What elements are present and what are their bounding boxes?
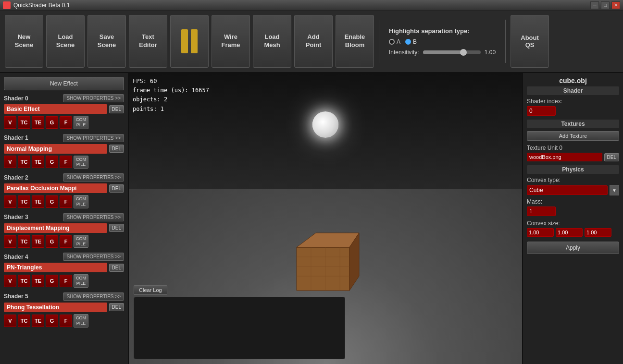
- minimize-button[interactable]: ─: [590, 1, 599, 9]
- window-controls: ─ □ ✕: [590, 1, 620, 9]
- effect-name-4: PN-Triangles: [4, 263, 107, 272]
- compile-button-1[interactable]: COM PILE: [74, 156, 88, 169]
- effect-name-row-4: PN-TrianglesDEL: [4, 263, 124, 272]
- del-shader-button-5[interactable]: DEL: [109, 303, 124, 311]
- shader-type-btn-V-4[interactable]: V: [4, 275, 16, 287]
- titlebar: QuickShader Beta 0.1 ─ □ ✕: [0, 0, 623, 11]
- shader-type-btn-TC-0[interactable]: TC: [18, 116, 30, 129]
- del-shader-button-0[interactable]: DEL: [109, 105, 124, 113]
- intensity-slider[interactable]: [423, 50, 481, 54]
- shader-type-btn-TE-0[interactable]: TE: [32, 116, 44, 129]
- shader-btns-row-4: VTCTEGFCOM PILE: [4, 274, 124, 288]
- shader-type-btn-G-1[interactable]: G: [46, 156, 58, 168]
- radio-a[interactable]: A: [389, 38, 400, 45]
- new-effect-button[interactable]: New Effect: [4, 77, 124, 90]
- convex-type-input[interactable]: [527, 185, 608, 195]
- show-props-button-4[interactable]: SHOW PROPERTIES >>: [63, 253, 124, 261]
- shader-type-btn-G-4[interactable]: G: [46, 275, 58, 287]
- show-props-button-5[interactable]: SHOW PROPERTIES >>: [63, 292, 124, 301]
- shader-type-btn-F-2[interactable]: F: [60, 195, 72, 208]
- show-props-button-2[interactable]: SHOW PROPERTIES >>: [63, 173, 124, 182]
- compile-button-2[interactable]: COM PILE: [74, 195, 88, 208]
- add-texture-button[interactable]: Add Texture: [527, 131, 619, 141]
- shader-type-btn-F-5[interactable]: F: [60, 315, 72, 327]
- shader-type-btn-F-3[interactable]: F: [60, 235, 72, 248]
- viewport[interactable]: FPS: 60 frame time (us): 16657 objects: …: [129, 73, 522, 364]
- radio-a-dot: [389, 39, 395, 45]
- shader-type-btn-TE-3[interactable]: TE: [32, 235, 44, 248]
- shader-type-btn-TC-4[interactable]: TC: [18, 275, 30, 287]
- convex-x-input[interactable]: [527, 228, 554, 237]
- radio-b[interactable]: B: [405, 38, 417, 45]
- texture-file-input[interactable]: [527, 153, 602, 161]
- shader-type-btn-V-0[interactable]: V: [4, 116, 16, 129]
- shader-type-btn-TC-1[interactable]: TC: [18, 156, 30, 168]
- clear-log-button[interactable]: Clear Log: [134, 285, 167, 295]
- maximize-button[interactable]: □: [601, 1, 610, 9]
- shader-type-btn-TE-5[interactable]: TE: [32, 315, 44, 327]
- shader-group-4: Shader 4SHOW PROPERTIES >>PN-TrianglesDE…: [4, 253, 124, 288]
- shader-index-input[interactable]: [527, 106, 556, 116]
- del-shader-button-1[interactable]: DEL: [109, 145, 124, 153]
- show-props-button-1[interactable]: SHOW PROPERTIES >>: [63, 134, 124, 142]
- about-button[interactable]: About QS: [511, 15, 549, 68]
- text-editor-button[interactable]: Text Editor: [129, 15, 167, 68]
- shader-type-btn-G-2[interactable]: G: [46, 195, 58, 208]
- mass-input[interactable]: [527, 206, 556, 216]
- shader-type-btn-TC-2[interactable]: TC: [18, 195, 30, 208]
- shader-section-title: Shader: [527, 86, 619, 95]
- shader-type-btn-V-5[interactable]: V: [4, 315, 16, 327]
- load-mesh-button[interactable]: Load Mesh: [253, 15, 291, 68]
- shader-label-2: Shader 2: [4, 174, 28, 181]
- shader-btns-row-5: VTCTEGFCOM PILE: [4, 314, 124, 328]
- shader-type-btn-F-0[interactable]: F: [60, 116, 72, 129]
- del-shader-button-2[interactable]: DEL: [109, 184, 124, 193]
- fps-value: FPS: 60: [133, 77, 209, 86]
- log-console: [134, 297, 345, 359]
- shader-type-btn-V-3[interactable]: V: [4, 235, 16, 248]
- shader-type-btn-G-5[interactable]: G: [46, 315, 58, 327]
- convex-type-dropdown[interactable]: ▼: [610, 185, 619, 195]
- del-shader-button-4[interactable]: DEL: [109, 264, 124, 272]
- convex-size-label: Convex size:: [527, 220, 619, 227]
- convex-y-input[interactable]: [556, 228, 583, 237]
- apply-button[interactable]: Apply: [527, 242, 619, 254]
- compile-button-0[interactable]: COM PILE: [74, 116, 88, 129]
- shader-type-btn-F-4[interactable]: F: [60, 275, 72, 287]
- load-scene-button[interactable]: Load Scene: [46, 15, 85, 68]
- pause-button[interactable]: [170, 15, 209, 68]
- window-title: QuickShader Beta 0.1: [13, 2, 590, 9]
- shader-header-2: Shader 2SHOW PROPERTIES >>: [4, 173, 124, 182]
- compile-button-3[interactable]: COM PILE: [74, 235, 88, 248]
- del-texture-button[interactable]: DEL: [604, 153, 619, 161]
- shader-type-btn-V-2[interactable]: V: [4, 195, 16, 208]
- compile-button-5[interactable]: COM PILE: [74, 314, 88, 328]
- log-area: Clear Log: [134, 285, 345, 359]
- effect-name-0: Basic Effect: [4, 104, 107, 114]
- shader-type-btn-G-3[interactable]: G: [46, 235, 58, 248]
- shader-type-btn-F-1[interactable]: F: [60, 156, 72, 168]
- effect-name-row-0: Basic EffectDEL: [4, 104, 124, 114]
- save-scene-button[interactable]: Save Scene: [87, 15, 126, 68]
- shader-type-btn-V-1[interactable]: V: [4, 156, 16, 168]
- close-button[interactable]: ✕: [611, 1, 620, 9]
- show-props-button-0[interactable]: SHOW PROPERTIES >>: [63, 94, 124, 102]
- right-panel: cube.obj Shader Shader index: Textures A…: [522, 73, 623, 364]
- shader-type-btn-G-0[interactable]: G: [46, 116, 58, 129]
- enable-bloom-button[interactable]: Enable Bloom: [336, 15, 374, 68]
- shader-group-0: Shader 0SHOW PROPERTIES >>Basic EffectDE…: [4, 94, 124, 129]
- convex-z-input[interactable]: [585, 228, 611, 237]
- add-point-button[interactable]: Add Point: [294, 15, 333, 68]
- shader-type-btn-TC-5[interactable]: TC: [18, 315, 30, 327]
- compile-button-4[interactable]: COM PILE: [74, 274, 88, 288]
- shader-type-btn-TC-3[interactable]: TC: [18, 235, 30, 248]
- shader-type-btn-TE-4[interactable]: TE: [32, 275, 44, 287]
- light-sphere: [312, 111, 339, 138]
- wire-frame-button[interactable]: Wire Frame: [212, 15, 250, 68]
- shader-type-btn-TE-1[interactable]: TE: [32, 156, 44, 168]
- del-shader-button-3[interactable]: DEL: [109, 224, 124, 232]
- show-props-button-3[interactable]: SHOW PROPERTIES >>: [63, 213, 124, 221]
- new-scene-button[interactable]: New Scene: [5, 15, 43, 68]
- radio-a-label: A: [397, 38, 400, 45]
- shader-type-btn-TE-2[interactable]: TE: [32, 195, 44, 208]
